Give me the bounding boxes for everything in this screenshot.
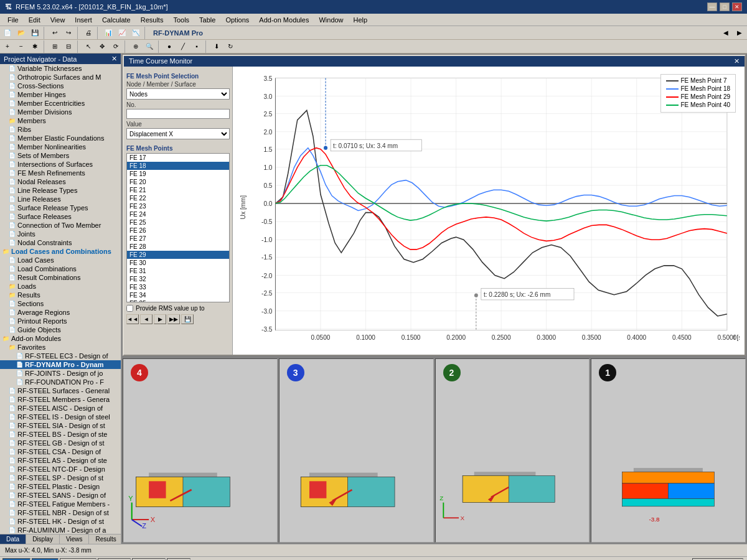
mesh-list-item[interactable]: FE 29 [127, 251, 229, 259]
tb2-2[interactable]: − [15, 40, 27, 53]
tree-item[interactable]: 📄RF-FOUNDATION Pro - F [0, 378, 121, 386]
status-dxf[interactable]: DXF [167, 558, 190, 561]
tcm-close-btn[interactable]: ✕ [734, 57, 740, 65]
tree-item[interactable]: 📄Member Hinges [0, 90, 121, 99]
mesh-list-item[interactable]: FE 33 [127, 283, 229, 291]
tab-results[interactable]: Results [89, 534, 123, 544]
titlebar-controls[interactable]: — □ ✕ [707, 2, 742, 11]
status-grid[interactable]: GRID [32, 558, 59, 561]
tree-item[interactable]: 📄Guide Objects [0, 325, 121, 334]
nav-play[interactable]: ▶ [154, 314, 166, 324]
viewport-2[interactable]: 2 X Z [435, 358, 590, 543]
tree-item[interactable]: 📄Ribs [0, 125, 121, 134]
nav-export[interactable]: 💾 [181, 314, 194, 324]
tb2-move[interactable]: ✥ [96, 40, 108, 53]
tree-item[interactable]: 📄FE Mesh Refinements [0, 169, 121, 177]
menu-options[interactable]: Options [220, 15, 254, 25]
menu-view[interactable]: View [45, 15, 70, 25]
no-input[interactable] [126, 109, 230, 119]
node-member-select[interactable]: Nodes Members Surfaces [126, 88, 230, 100]
menu-file[interactable]: File [2, 15, 24, 25]
mesh-list-item[interactable]: FE 23 [127, 202, 229, 210]
tb2-zoom-in[interactable]: 🔍 [143, 40, 156, 53]
viewport-1[interactable]: 1 -3.8 [591, 358, 746, 543]
tree-item[interactable]: 📄Average Regions [0, 308, 121, 317]
mesh-list-item[interactable]: FE 24 [127, 210, 229, 218]
tb-open[interactable]: 📂 [15, 27, 27, 39]
tb-save[interactable]: 💾 [29, 27, 41, 39]
tb2-load[interactable]: ⬇ [210, 40, 223, 53]
tree-item[interactable]: 📄Joints [0, 230, 121, 238]
tb-new[interactable]: 📄 [1, 27, 14, 39]
tree-item[interactable]: 📄RF-STEEL AS - Design of ste [0, 456, 121, 465]
mesh-list-item[interactable]: FE 26 [127, 226, 229, 235]
tb-b3[interactable]: 📉 [129, 27, 142, 39]
panel-close[interactable]: ✕ [111, 55, 117, 63]
menu-table[interactable]: Table [194, 15, 220, 25]
menu-results[interactable]: Results [136, 15, 169, 25]
tree-item[interactable]: 📄Cross-Sections [0, 82, 121, 90]
mesh-list-item[interactable]: FE 19 [127, 170, 229, 178]
tb2-surface[interactable]: ▪ [190, 40, 203, 53]
tree-item[interactable]: 📁Results [0, 291, 121, 299]
tree-item[interactable]: 📄Line Release Types [0, 186, 121, 195]
menu-calculate[interactable]: Calculate [97, 15, 136, 25]
tree-item[interactable]: 📄Load Cases [0, 256, 121, 264]
tree-item[interactable]: 📄Printout Reports [0, 317, 121, 325]
minimize-button[interactable]: — [707, 2, 717, 11]
tree-item[interactable]: 📄RF-STEEL Surfaces - General [0, 386, 121, 395]
tree-item[interactable]: 📄Variable Thicknesses [0, 64, 121, 73]
rms-checkbox[interactable] [126, 305, 133, 312]
tb2-node[interactable]: ● [163, 40, 176, 53]
tree-item[interactable]: 📁Load Cases and Combinations [0, 247, 121, 256]
tb2-line[interactable]: ╱ [177, 40, 189, 53]
tree-item[interactable]: 📄RF-STEEL BS - Design of ste [0, 430, 121, 439]
tree-item[interactable]: 📄Orthotropic Surfaces and M [0, 73, 121, 82]
tab-data[interactable]: Data [0, 534, 26, 544]
tree-item[interactable]: 📄Surface Release Types [0, 203, 121, 212]
value-select[interactable]: Displacement X Displacement Y Displaceme… [126, 128, 230, 139]
tree-item[interactable]: 📄RF-STEEL Members - Genera [0, 395, 121, 404]
tb2-moment[interactable]: ↻ [224, 40, 237, 53]
tree-item[interactable]: 📄RF-STEEL Plastic - Design [0, 482, 121, 491]
tree-item[interactable]: 📁Add-on Modules [0, 334, 121, 343]
menu-addon[interactable]: Add-on Modules [254, 15, 314, 25]
tree-item[interactable]: 📄RF-STEEL SP - Design of st [0, 474, 121, 482]
nav-first[interactable]: ◄◄ [126, 314, 139, 324]
menu-window[interactable]: Window [314, 15, 348, 25]
tree-item[interactable]: 📁Favorites [0, 343, 121, 352]
nav-prev[interactable]: ◄ [140, 314, 153, 324]
tb2-1[interactable]: + [1, 40, 14, 53]
mesh-list-item[interactable]: FE 17 [127, 154, 229, 162]
tb-redo[interactable]: ↪ [62, 27, 75, 39]
tab-views[interactable]: Views [60, 534, 90, 544]
tree-item[interactable]: 📄Intersections of Surfaces [0, 160, 121, 169]
mesh-list-item[interactable]: FE 21 [127, 186, 229, 194]
mesh-list-item[interactable]: FE 30 [127, 259, 229, 267]
tree-item[interactable]: 📁Members [0, 116, 121, 125]
tree-item[interactable]: 📄Member Nonlinearities [0, 142, 121, 151]
tree-item[interactable]: 📄Load Combinations [0, 264, 121, 273]
tb-nav-right[interactable]: ▶ [733, 27, 746, 39]
tree-item[interactable]: 📄RF-ALUMINUM - Design of a [0, 526, 121, 534]
tree-item[interactable]: 📄RF-STEEL CSA - Design of [0, 447, 121, 456]
tree-item[interactable]: 📄Surface Releases [0, 212, 121, 221]
mesh-list-item[interactable]: FE 25 [127, 218, 229, 226]
tb-b1[interactable]: 📊 [102, 27, 115, 39]
tree-item[interactable]: 📁Loads [0, 282, 121, 291]
tb2-rotate[interactable]: ⟳ [110, 40, 122, 53]
tree-item[interactable]: 📄RF-STEEL EC3 - Design of [0, 352, 121, 360]
tree-item[interactable]: 📄RF-STEEL AISC - Design of [0, 404, 121, 413]
mesh-list-item[interactable]: FE 28 [127, 243, 229, 251]
tree-item[interactable]: 📄RF-STEEL SIA - Design of st [0, 421, 121, 430]
tree-item[interactable]: 📄Sets of Members [0, 151, 121, 160]
mesh-list-item[interactable]: FE 32 [127, 275, 229, 283]
tree-item[interactable]: 📄Member Eccentricities [0, 99, 121, 108]
status-cartes[interactable]: CARTES [60, 558, 96, 561]
tree-item[interactable]: 📄RF-STEEL NTC-DF - Design [0, 465, 121, 474]
tree-item[interactable]: 📄Nodal Releases [0, 177, 121, 186]
panel-scroll[interactable]: 📄Variable Thicknesses📄Orthotropic Surfac… [0, 64, 121, 534]
mesh-list-item[interactable]: FE 20 [127, 178, 229, 186]
nav-last[interactable]: ▶▶ [167, 314, 180, 324]
tb2-4[interactable]: ⊞ [49, 40, 61, 53]
